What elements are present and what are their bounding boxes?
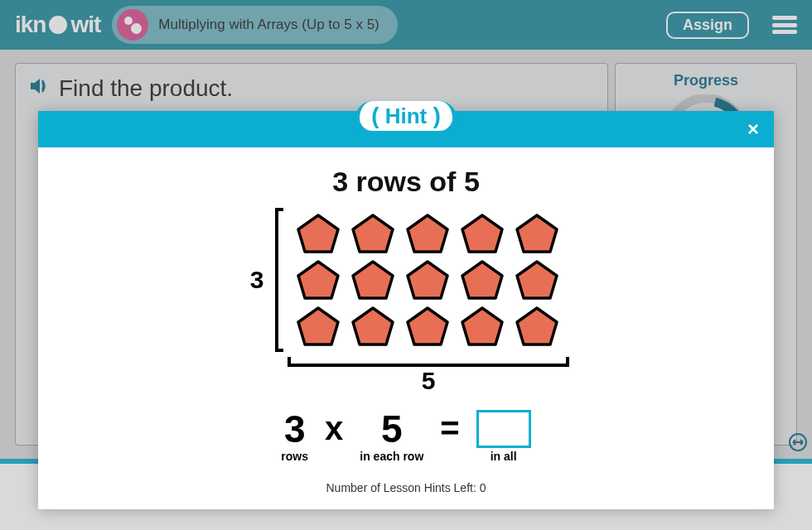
answer-box[interactable] [476, 410, 531, 448]
pentagon-icon [350, 213, 396, 254]
array-row [295, 259, 560, 301]
svg-marker-4 [408, 215, 447, 252]
equation: 3 rows x 5 in each row = in all [281, 410, 530, 463]
eq-equals: = [440, 410, 459, 446]
eq-factor2: 5 [381, 410, 403, 448]
svg-marker-9 [408, 262, 447, 298]
svg-marker-16 [517, 308, 557, 344]
col-bracket-label: 5 [422, 367, 436, 395]
pentagon-icon [404, 306, 451, 347]
array-row [295, 306, 560, 347]
pentagon-icon [514, 259, 560, 301]
pentagon-icon [295, 306, 341, 347]
eq-factor1: 3 [284, 410, 306, 448]
svg-marker-13 [353, 308, 393, 344]
eq-factor2-sub: in each row [360, 450, 423, 463]
eq-times: x [325, 410, 343, 446]
svg-marker-2 [298, 215, 338, 252]
hint-modal-header: ( Hint ) × [38, 111, 774, 147]
pentagon-icon [295, 259, 341, 301]
pentagon-icon [295, 213, 341, 254]
pentagon-icon [514, 306, 560, 347]
array-grid [293, 208, 562, 352]
hint-modal: ( Hint ) × 3 rows of 5 3 5 3 rows [38, 111, 774, 509]
left-bracket-icon [275, 208, 283, 352]
svg-marker-14 [408, 308, 447, 344]
close-icon[interactable]: × [747, 118, 759, 141]
pentagon-icon [459, 259, 505, 301]
eq-factor1-sub: rows [281, 450, 308, 463]
eq-answer-sub: in all [491, 450, 517, 463]
bottom-bracket-icon [288, 357, 569, 367]
hint-tab: ( Hint ) [355, 101, 457, 135]
svg-marker-11 [517, 262, 557, 298]
bottom-bracket-wrap: 5 [288, 357, 569, 395]
pentagon-icon [459, 213, 505, 254]
pentagon-icon [350, 259, 396, 301]
svg-marker-6 [517, 215, 557, 252]
row-bracket-label: 3 [250, 266, 266, 294]
pentagon-icon [404, 213, 451, 254]
svg-marker-12 [298, 308, 338, 344]
svg-marker-8 [353, 262, 393, 298]
svg-marker-3 [353, 215, 393, 252]
svg-marker-10 [462, 262, 502, 298]
array-region: 3 [250, 208, 563, 352]
hint-modal-body: 3 rows of 5 3 5 3 rows x 5 in each row [38, 147, 774, 509]
modal-overlay[interactable]: ( Hint ) × 3 rows of 5 3 5 3 rows [0, 0, 812, 530]
svg-marker-5 [462, 215, 502, 252]
hints-left-text: Number of Lesson Hints Left: 0 [326, 481, 486, 494]
array-row [295, 213, 560, 254]
pentagon-icon [404, 259, 451, 301]
hint-tab-label: Hint [385, 104, 428, 128]
svg-marker-15 [462, 308, 502, 344]
pentagon-icon [459, 306, 505, 347]
svg-marker-7 [298, 262, 338, 298]
hint-heading: 3 rows of 5 [332, 166, 480, 198]
pentagon-icon [350, 306, 396, 347]
pentagon-icon [514, 213, 560, 254]
